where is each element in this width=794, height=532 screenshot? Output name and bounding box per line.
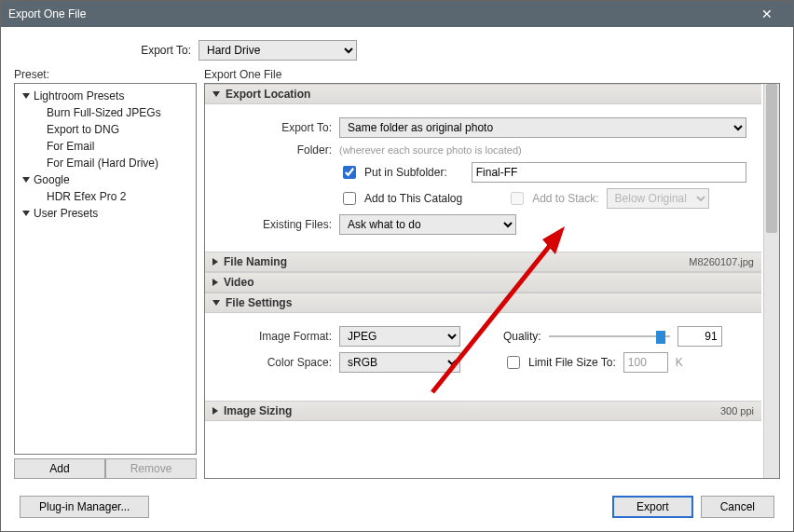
- preset-group-lightroom[interactable]: Lightroom Presets: [17, 88, 194, 104]
- section-export-location[interactable]: Export Location: [205, 84, 761, 104]
- preset-item[interactable]: Export to DNG: [17, 121, 194, 138]
- section-file-naming[interactable]: File Naming M8260107.jpg: [205, 252, 761, 272]
- quality-label: Quality:: [503, 330, 541, 343]
- scrollbar-thumb[interactable]: [766, 84, 777, 233]
- export-dialog: Export One File ✕ Export To: Hard Drive …: [0, 0, 794, 532]
- section-video[interactable]: Video: [205, 272, 761, 293]
- chevron-right-icon: [212, 258, 218, 266]
- section-image-sizing[interactable]: Image Sizing 300 ppi: [205, 401, 761, 421]
- quality-slider[interactable]: [549, 329, 670, 344]
- chevron-down-icon: [212, 300, 220, 306]
- add-catalog-label: Add to This Catalog: [364, 192, 462, 205]
- right-pane-label: Export One File: [204, 68, 780, 81]
- chevron-down-icon: [22, 211, 30, 216]
- subfolder-input[interactable]: [472, 162, 746, 183]
- preset-item[interactable]: HDR Efex Pro 2: [17, 188, 194, 205]
- preset-group-google[interactable]: Google: [17, 171, 194, 188]
- preset-item[interactable]: Burn Full-Sized JPEGs: [17, 104, 194, 121]
- chevron-down-icon: [22, 177, 30, 183]
- titlebar: Export One File ✕: [1, 1, 793, 27]
- folder-label: Folder:: [220, 143, 332, 157]
- add-stack-label: Add to Stack:: [532, 192, 598, 205]
- image-sizing-meta: 300 ppi: [720, 405, 754, 416]
- top-row: Export To: Hard Drive: [14, 40, 780, 61]
- preset-tree[interactable]: Lightroom Presets Burn Full-Sized JPEGs …: [14, 83, 197, 455]
- put-subfolder-label: Put in Subfolder:: [364, 166, 447, 179]
- chevron-right-icon: [212, 279, 218, 286]
- add-stack-checkbox: [511, 192, 524, 205]
- scrollbar[interactable]: [763, 84, 779, 478]
- loc-export-to-select[interactable]: Same folder as original photo: [339, 117, 746, 138]
- export-button[interactable]: Export: [612, 496, 693, 518]
- existing-files-label: Existing Files:: [220, 218, 332, 231]
- image-format-select[interactable]: JPEG: [339, 326, 460, 347]
- plugin-manager-button[interactable]: Plug-in Manager...: [20, 496, 149, 518]
- folder-hint: (wherever each source photo is located): [339, 144, 522, 156]
- color-space-select[interactable]: sRGB: [339, 352, 460, 373]
- export-to-select[interactable]: Hard Drive: [198, 40, 357, 61]
- chevron-down-icon: [22, 93, 30, 99]
- chevron-right-icon: [212, 407, 218, 415]
- existing-files-select[interactable]: Ask what to do: [339, 214, 516, 235]
- window-title: Export One File: [8, 7, 748, 20]
- put-subfolder-checkbox[interactable]: [343, 166, 356, 179]
- export-to-label: Export To:: [135, 44, 191, 57]
- stack-position-select: Below Original: [607, 188, 709, 209]
- preset-label: Preset:: [14, 68, 197, 81]
- close-icon[interactable]: ✕: [748, 7, 786, 21]
- settings-scroll[interactable]: Export Location Export To: Same folder a…: [205, 84, 763, 478]
- preset-group-user[interactable]: User Presets: [17, 205, 194, 222]
- add-catalog-checkbox[interactable]: [343, 192, 356, 205]
- image-format-label: Image Format:: [220, 330, 332, 343]
- cancel-button[interactable]: Cancel: [701, 496, 774, 518]
- file-naming-preview: M8260107.jpg: [689, 256, 754, 267]
- chevron-down-icon: [212, 91, 220, 97]
- add-preset-button[interactable]: Add: [14, 458, 105, 479]
- section-file-settings[interactable]: File Settings: [205, 293, 761, 313]
- limit-filesize-checkbox[interactable]: [507, 356, 520, 369]
- quality-input[interactable]: [678, 326, 722, 347]
- preset-item[interactable]: For Email: [17, 138, 194, 155]
- limit-filesize-label: Limit File Size To:: [528, 356, 616, 369]
- color-space-label: Color Space:: [220, 356, 332, 369]
- preset-item[interactable]: For Email (Hard Drive): [17, 155, 194, 171]
- loc-export-to-label: Export To:: [220, 121, 332, 134]
- remove-preset-button[interactable]: Remove: [105, 458, 197, 479]
- limit-filesize-input: [623, 352, 668, 373]
- limit-unit: K: [676, 356, 683, 369]
